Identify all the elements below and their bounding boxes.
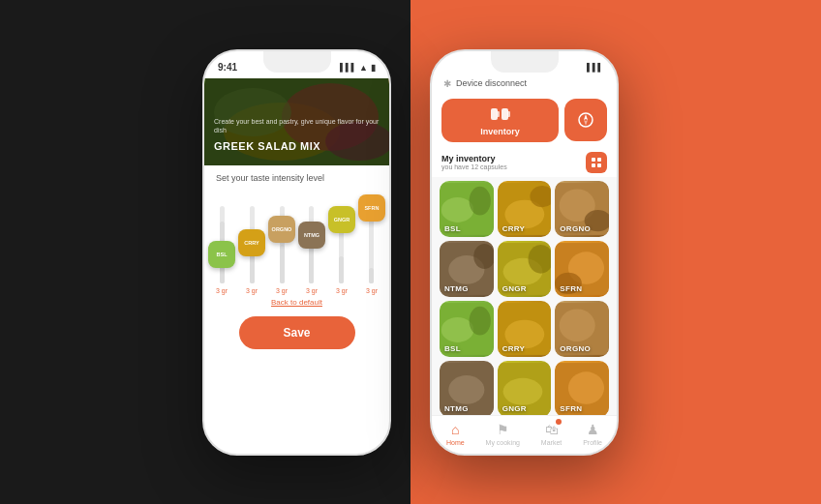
spice-cell-ntmg-2[interactable]: NTMG [440,361,494,415]
slider-ntmg[interactable]: NTMG 3 gr [306,206,318,294]
svg-point-18 [441,196,473,222]
nav-home-label: Home [446,439,465,446]
status-icons-right: ▌▌▌ [587,63,603,72]
slider-thumb-orgno[interactable]: ORGNO [268,216,295,243]
slider-track-orgno: ORGNO [280,206,285,283]
spice-label-gngr-1: GNGR [502,284,527,293]
nav-cooking[interactable]: ⚑ My cooking [486,422,520,446]
slider-thumb-gngr[interactable]: GNGR [328,206,355,233]
nav-profile[interactable]: ♟ Profile [583,422,602,446]
inventory-icon [490,106,511,125]
phones-container: 9:41 ▌▌▌ ▲ ▮ [202,49,619,456]
spice-cell-bsl-1[interactable]: BSL [440,181,494,237]
notch-right [491,51,559,73]
gram-bsl: 3 gr [216,287,228,294]
slider-bsl[interactable]: BSL 3 gr [216,206,228,294]
compass-button[interactable] [564,99,607,141]
recipe-desc: Create your best and pastry, give unique… [214,117,380,165]
notch-left [263,51,331,73]
my-inventory-bar: My inventory you have 12 capsules [432,148,617,177]
svg-rect-9 [507,111,510,117]
spice-cell-orgno-1[interactable]: ORGNO [555,181,609,237]
back-default-link[interactable]: Back to default [204,294,389,311]
slider-orgno[interactable]: ORGNO 3 gr [276,206,288,294]
profile-icon: ♟ [587,422,599,437]
grid-icon [591,157,602,168]
spice-label-sfrn-1: SFRN [560,284,582,293]
nav-market[interactable]: 🛍 Market [541,422,562,446]
status-icons-left: ▌▌▌ ▲ ▮ [340,63,376,73]
sliders-area: BSL 3 gr CRRY 3 gr [204,187,389,294]
spice-label-orgno-1: ORGNO [560,224,591,233]
spice-label-bsl-1: BSL [444,224,461,233]
bluetooth-icon: ✱ [443,78,451,89]
inventory-button[interactable]: Inventory [441,99,559,142]
nav-market-label: Market [541,439,562,446]
signal-right-icon: ▌▌▌ [587,63,603,72]
bottom-nav: ⌂ Home ⚑ My cooking 🛍 Market [432,415,617,454]
svg-point-37 [470,306,491,335]
spice-label-sfrn-2: SFRN [560,404,582,413]
svg-point-36 [441,316,473,341]
phone2-content: ▌▌▌ ✱ Device disconnect [432,51,617,454]
svg-point-45 [502,377,542,404]
recipe-header: GREEK SALAD MIX Create your best and pas… [204,78,389,165]
device-bar: ✱ Device disconnect [432,78,617,93]
slider-crry[interactable]: CRRY 3 gr [246,206,258,294]
spice-cell-gngr-1[interactable]: GNGR [498,241,552,297]
save-button[interactable]: Save [239,316,355,349]
slider-sfrn[interactable]: SFRN 3 gr [366,206,378,294]
my-inventory-title: My inventory [441,154,507,163]
svg-point-47 [568,371,604,403]
grid-toggle-button[interactable] [586,152,607,173]
cooking-icon: ⚑ [497,422,509,437]
slider-thumb-crry[interactable]: CRRY [238,229,265,256]
gram-ntmg: 3 gr [306,287,318,294]
svg-rect-7 [497,111,500,117]
wifi-icon: ▲ [359,63,368,73]
spice-cell-crry-1[interactable]: CRRY [498,181,552,237]
slider-track-ntmg: NTMG [309,206,314,283]
slider-thumb-bsl[interactable]: BSL [208,241,235,268]
spice-cell-gngr-2[interactable]: GNGR [498,361,552,415]
gram-orgno: 3 gr [276,287,288,294]
spice-label-bsl-2: BSL [444,344,461,353]
svg-rect-15 [592,163,595,167]
slider-thumb-ntmg[interactable]: NTMG [298,222,325,249]
my-inventory-count: you have 12 capsules [441,163,507,170]
nav-home[interactable]: ⌂ Home [446,422,465,446]
inventory-svg-icon [490,106,511,122]
gram-crry: 3 gr [246,287,258,294]
spice-cell-sfrn-1[interactable]: SFRN [555,241,609,297]
slider-track-sfrn: SFRN [369,206,374,283]
scene: 9:41 ▌▌▌ ▲ ▮ [0,0,821,504]
spice-cell-sfrn-2[interactable]: SFRN [555,361,609,415]
spice-grid: BSL CRRY ORGNO NTMG [432,177,617,415]
spice-label-crry-1: CRRY [502,224,526,233]
slider-track-bsl: BSL [220,206,225,283]
spice-label-gngr-2: GNGR [502,404,527,413]
svg-rect-8 [502,108,508,120]
slider-gngr[interactable]: GNGR 3 gr [336,206,348,294]
nav-cooking-label: My cooking [486,439,520,446]
time-left: 9:41 [218,62,237,73]
signal-icon: ▌▌▌ [340,63,356,72]
battery-icon: ▮ [371,63,376,73]
nav-profile-label: Profile [583,439,602,446]
slider-thumb-sfrn[interactable]: SFRN [358,194,385,222]
svg-rect-16 [597,163,601,167]
spice-label-ntmg-2: NTMG [444,404,469,413]
spice-cell-bsl-2[interactable]: BSL [440,301,494,357]
svg-point-19 [470,186,491,215]
slider-track-crry: CRRY [250,206,255,283]
svg-rect-13 [592,158,595,162]
spice-cell-ntmg-1[interactable]: NTMG [440,241,494,297]
compass-icon [577,111,594,129]
home-icon: ⌂ [451,422,459,437]
svg-rect-14 [597,158,601,162]
spice-cell-crry-2[interactable]: CRRY [498,301,552,357]
spice-cell-orgno-2[interactable]: ORGNO [555,301,609,357]
svg-marker-11 [584,114,588,120]
spice-label-ntmg-1: NTMG [444,284,469,293]
spice-label-crry-2: CRRY [502,344,526,353]
